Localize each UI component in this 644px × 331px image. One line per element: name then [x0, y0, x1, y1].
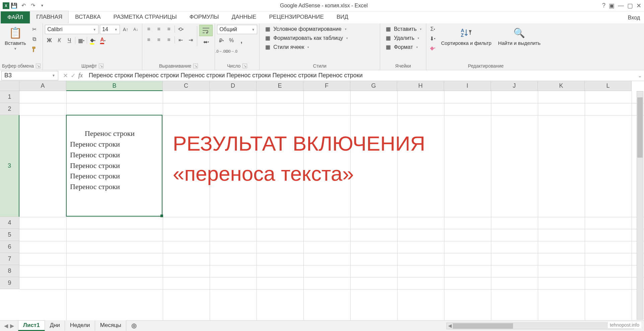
formula-input[interactable]: Перенос строки Перенос строки Перенос ст…	[86, 72, 636, 79]
orientation-icon[interactable]: ⟲▾	[176, 25, 185, 33]
sheet-tab-Лист1[interactable]: Лист1	[18, 320, 45, 331]
tab-формулы[interactable]: ФОРМУЛЫ	[183, 11, 225, 23]
conditional-formatting-button[interactable]: ▦Условное форматирование▾	[262, 25, 350, 33]
bold-button[interactable]: Ж	[45, 36, 54, 45]
tab-разметка страницы[interactable]: РАЗМЕТКА СТРАНИЦЫ	[107, 11, 183, 23]
row-header-8[interactable]: 8	[0, 265, 19, 277]
align-right-icon[interactable]: ≡	[164, 35, 173, 44]
increase-font-icon[interactable]: A↑	[121, 25, 130, 34]
launcher-icon[interactable]: ↘	[193, 64, 198, 68]
autosum-icon[interactable]: Σ▾	[428, 25, 437, 33]
tab-вид[interactable]: ВИД	[330, 11, 355, 23]
decrease-font-icon[interactable]: A↓	[131, 25, 140, 34]
col-header-K[interactable]: K	[538, 81, 585, 91]
launcher-icon[interactable]: ↘	[36, 64, 41, 68]
horizontal-scrollbar[interactable]: ◀▶	[142, 323, 636, 329]
fill-color-icon[interactable]: ◆▾	[88, 36, 97, 45]
scroll-thumb[interactable]	[637, 97, 643, 158]
format-painter-icon[interactable]	[30, 45, 39, 54]
cells-area[interactable]: Перенос строки Перенос строки Перенос ст…	[19, 91, 644, 320]
maximize-icon[interactable]: ▢	[627, 2, 633, 9]
col-header-L[interactable]: L	[585, 81, 632, 91]
currency-icon[interactable]: ₽▾	[217, 36, 226, 45]
merge-cells-icon[interactable]: ⬌▾	[199, 37, 213, 46]
insert-cells-button[interactable]: ▦Вставить▾	[382, 25, 424, 33]
qat-dropdown-icon[interactable]: ▼	[39, 2, 46, 9]
col-header-H[interactable]: H	[397, 81, 444, 91]
col-header-G[interactable]: G	[350, 81, 397, 91]
ribbon-options-icon[interactable]: ▣	[609, 2, 615, 9]
col-header-D[interactable]: D	[210, 81, 257, 91]
col-header-I[interactable]: I	[444, 81, 491, 91]
row-header-3[interactable]: 3	[0, 115, 19, 217]
minimize-icon[interactable]: —	[618, 2, 624, 9]
sheet-tab-Недели[interactable]: Недели	[65, 320, 95, 331]
delete-cells-button[interactable]: ▦Удалить▾	[382, 34, 424, 42]
number-format-combo[interactable]: Общий▼	[217, 25, 257, 34]
sheet-tab-Дни[interactable]: Дни	[45, 320, 65, 331]
select-all-corner[interactable]	[0, 81, 19, 91]
row-header-6[interactable]: 6	[0, 241, 19, 253]
decrease-decimal-icon[interactable]: .00→.0	[227, 47, 236, 56]
row-header-2[interactable]: 2	[0, 103, 19, 115]
row-header-7[interactable]: 7	[0, 253, 19, 265]
underline-button[interactable]: Ч	[65, 36, 74, 45]
borders-icon[interactable]: ▦▾	[77, 36, 85, 45]
clear-icon[interactable]: ◆▾	[428, 44, 437, 52]
align-left-icon[interactable]: ≡	[144, 35, 153, 44]
fx-icon[interactable]: fx	[78, 72, 83, 79]
redo-icon[interactable]: ↷	[29, 2, 36, 9]
row-header-5[interactable]: 5	[0, 229, 19, 241]
increase-indent-icon[interactable]: ⇥	[186, 35, 195, 44]
fill-icon[interactable]: ⬇▾	[428, 34, 437, 43]
sheet-nav-next-icon[interactable]: ▶	[10, 323, 14, 329]
align-bottom-icon[interactable]: ≡	[164, 25, 173, 33]
font-color-icon[interactable]: А▾	[98, 36, 107, 45]
tab-рецензирование[interactable]: РЕЦЕНЗИРОВАНИЕ	[263, 11, 330, 23]
save-icon[interactable]: 💾	[11, 2, 17, 9]
col-header-A[interactable]: A	[19, 81, 66, 91]
copy-icon[interactable]: ⧉	[30, 35, 39, 44]
font-name-combo[interactable]: Calibri▼	[45, 25, 98, 34]
col-header-B[interactable]: B	[66, 81, 163, 91]
col-header-E[interactable]: E	[257, 81, 303, 91]
fill-handle[interactable]	[160, 215, 163, 217]
format-as-table-button[interactable]: ▦Форматировать как таблицу▾	[262, 34, 350, 42]
enter-icon[interactable]: ✓	[71, 72, 76, 79]
tab-вставка[interactable]: ВСТАВКА	[69, 11, 107, 23]
selected-cell[interactable]: Перенос строки Перенос строки Перенос ст…	[66, 115, 162, 217]
row-header-9[interactable]: 9	[0, 277, 19, 289]
sheet-nav-prev-icon[interactable]: ◀	[4, 323, 8, 329]
italic-button[interactable]: К	[55, 36, 64, 45]
row-header-1[interactable]: 1	[0, 91, 19, 103]
expand-formula-bar-icon[interactable]: ⌄	[636, 73, 644, 78]
align-middle-icon[interactable]: ≡	[154, 25, 163, 33]
cancel-icon[interactable]: ✕	[63, 72, 68, 79]
percent-icon[interactable]: %	[227, 36, 236, 45]
help-icon[interactable]: ?	[602, 2, 605, 9]
increase-decimal-icon[interactable]: .0→.00	[217, 47, 226, 56]
new-sheet-button[interactable]: ⊕	[126, 322, 142, 330]
paste-button[interactable]: 📋 Вставить ▼	[2, 25, 29, 52]
col-header-J[interactable]: J	[491, 81, 538, 91]
launcher-icon[interactable]: ↘	[99, 64, 103, 68]
cut-icon[interactable]: ✂	[30, 25, 39, 33]
wrap-text-button[interactable]	[199, 25, 213, 36]
find-select-button[interactable]: 🔍 Найти и выделить	[495, 25, 543, 48]
cell-styles-button[interactable]: ▦Стили ячеек▾	[262, 43, 350, 51]
decrease-indent-icon[interactable]: ⇤	[176, 35, 185, 44]
comma-icon[interactable]: ,	[237, 36, 246, 45]
tab-данные[interactable]: ДАННЫЕ	[225, 11, 263, 23]
undo-icon[interactable]: ↶	[20, 2, 27, 9]
name-box[interactable]: B3▼	[1, 71, 58, 80]
align-center-icon[interactable]: ≡	[154, 35, 163, 44]
col-header-C[interactable]: C	[163, 81, 210, 91]
scroll-thumb[interactable]	[453, 323, 513, 329]
format-cells-button[interactable]: ▦Формат▾	[382, 43, 424, 51]
sheet-tab-Месяцы[interactable]: Месяцы	[95, 320, 126, 331]
tab-file[interactable]: ФАЙЛ	[1, 11, 30, 23]
sign-in-link[interactable]: Вход	[624, 12, 644, 23]
sort-filter-button[interactable]: AZ Сортировка и фильтр	[438, 25, 494, 48]
close-icon[interactable]: ✕	[636, 2, 641, 9]
col-header-F[interactable]: F	[303, 81, 350, 91]
